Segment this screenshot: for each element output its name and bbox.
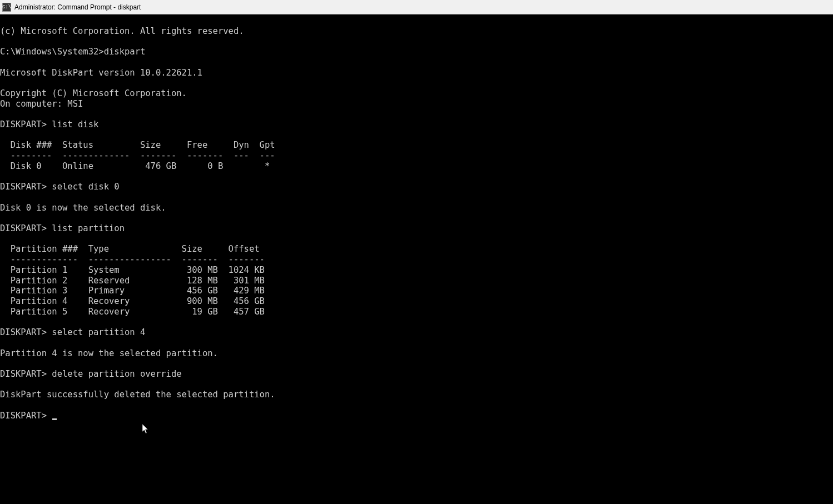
line: Partition 5 Recovery 19 GB 457 GB [0, 307, 265, 317]
line: Partition 3 Primary 456 GB 429 MB [0, 286, 265, 296]
line: Partition 4 is now the selected partitio… [0, 348, 218, 358]
prompt-line: DISKPART> [0, 411, 52, 421]
line: DISKPART> select partition 4 [0, 327, 145, 337]
line: C:\Windows\System32>diskpart [0, 47, 145, 57]
line: Partition 2 Reserved 128 MB 301 MB [0, 276, 265, 286]
line: DISKPART> select disk 0 [0, 182, 120, 192]
line: DISKPART> list disk [0, 119, 98, 129]
line: Disk 0 is now the selected disk. [0, 203, 166, 213]
line: DISKPART> delete partition override [0, 369, 182, 379]
line: Partition 1 System 300 MB 1024 KB [0, 265, 265, 275]
line: DiskPart successfully deleted the select… [0, 390, 275, 400]
line: ------------- ---------------- ------- -… [0, 255, 265, 265]
title-bar[interactable]: C:\ Administrator: Command Prompt - disk… [0, 0, 833, 14]
line: DISKPART> list partition [0, 223, 125, 233]
line: Partition ### Type Size Offset [0, 244, 260, 254]
window-title: Administrator: Command Prompt - diskpart [14, 3, 141, 11]
line: Partition 4 Recovery 900 MB 456 GB [0, 296, 265, 306]
line: (c) Microsoft Corporation. All rights re… [0, 26, 244, 36]
terminal-area[interactable]: (c) Microsoft Corporation. All rights re… [0, 14, 833, 504]
line: On computer: MSI [0, 99, 83, 109]
terminal-output: (c) Microsoft Corporation. All rights re… [0, 26, 833, 421]
line: Copyright (C) Microsoft Corporation. [0, 88, 187, 98]
line: Microsoft DiskPart version 10.0.22621.1 [0, 68, 202, 78]
line: Disk ### Status Size Free Dyn Gpt [0, 140, 275, 150]
text-cursor [52, 418, 57, 420]
cmd-icon: C:\ [2, 3, 11, 12]
line: -------- ------------- ------- ------- -… [0, 151, 275, 161]
mouse-cursor-icon [142, 424, 149, 435]
line: Disk 0 Online 476 GB 0 B * [0, 161, 270, 171]
